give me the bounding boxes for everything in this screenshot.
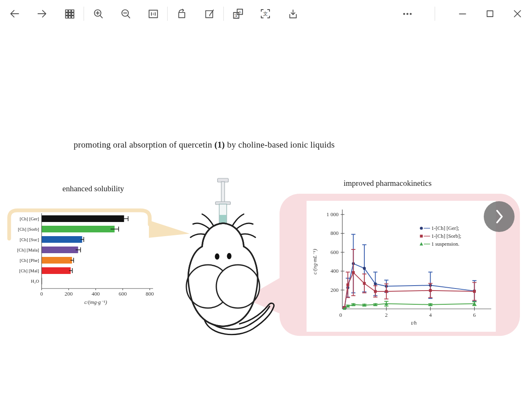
- solubility-bar-chart: [Ch] [Ger][Ch] [Sorb][Ch] [Suc][Ch] [Mal…: [3, 210, 161, 309]
- svg-text:200: 200: [64, 291, 73, 297]
- svg-text:1-[Ch] [Sorb];: 1-[Ch] [Sorb];: [431, 233, 461, 239]
- svg-text:400: 400: [92, 291, 100, 297]
- svg-text:t/h: t/h: [411, 320, 417, 326]
- svg-text:[Ch] [Suc]: [Ch] [Suc]: [20, 237, 39, 242]
- title-text: by choline-based ionic liquids: [225, 140, 335, 150]
- actual-size-button[interactable]: [146, 7, 160, 21]
- title-text: promoting oral absorption of quercetin: [74, 140, 214, 150]
- zoom-in-icon: [93, 8, 104, 20]
- svg-text:6: 6: [473, 312, 476, 318]
- more-dots-icon: [402, 8, 413, 20]
- svg-text:600: 600: [119, 291, 127, 297]
- nav-group: [7, 7, 77, 21]
- left-panel-heading: enhanced solubility: [62, 184, 124, 193]
- translate-icon: A 文: [232, 8, 244, 20]
- back-arrow-icon: [9, 8, 20, 19]
- svg-text:600: 600: [331, 249, 339, 255]
- zoom-group: [91, 7, 160, 21]
- close-button[interactable]: [510, 7, 525, 21]
- toolbar-separator: [167, 7, 168, 21]
- document-page: promoting oral absorption of quercetin (…: [0, 27, 532, 402]
- svg-text:[Ch] [Mala]: [Ch] [Mala]: [17, 247, 39, 252]
- svg-text:2: 2: [385, 312, 388, 318]
- zoom-out-icon: [120, 8, 131, 20]
- svg-text:c/(mg·g⁻¹): c/(mg·g⁻¹): [84, 299, 107, 305]
- pharmacokinetics-chart-panel: 2004006008001 0000246t/hc/(ng·mL⁻¹)1-[Ch…: [307, 201, 496, 332]
- minimize-icon: [457, 8, 468, 19]
- back-button[interactable]: [7, 7, 22, 21]
- viewer-window: A 文 文: [0, 0, 532, 402]
- thumbnails-button[interactable]: [62, 7, 77, 21]
- toolbar-separator: [223, 7, 224, 21]
- svg-text:800: 800: [331, 230, 339, 236]
- toolbar-separator: [84, 7, 84, 21]
- pharmacokinetics-line-chart: 2004006008001 0000246t/hc/(ng·mL⁻¹)1-[Ch…: [307, 201, 496, 332]
- svg-text:400: 400: [331, 268, 339, 274]
- edit-button[interactable]: [202, 7, 216, 21]
- rotate-button[interactable]: [175, 7, 189, 21]
- svg-text:1 000: 1 000: [327, 211, 339, 217]
- svg-text:文: 文: [263, 11, 268, 16]
- svg-text:1-[Ch] [Ger];: 1-[Ch] [Ger];: [431, 225, 459, 231]
- page-title: promoting oral absorption of quercetin (…: [74, 140, 398, 150]
- translate-button[interactable]: A 文: [231, 7, 245, 21]
- toolbar: A 文 文: [0, 0, 532, 27]
- download-button[interactable]: [286, 7, 300, 21]
- edit-group: [175, 7, 216, 21]
- tools-group: A 文 文: [231, 7, 300, 21]
- svg-text:c/(ng·mL⁻¹): c/(ng·mL⁻¹): [312, 249, 318, 275]
- svg-text:[Ch] [Phe]: [Ch] [Phe]: [20, 258, 39, 263]
- svg-text:文: 文: [234, 13, 239, 18]
- svg-text:4: 4: [429, 312, 432, 318]
- svg-text:200: 200: [331, 287, 339, 293]
- ocr-button[interactable]: 文: [258, 7, 272, 21]
- zoom-out-button[interactable]: [119, 7, 133, 21]
- svg-text:[Ch] [Ger]: [Ch] [Ger]: [20, 216, 39, 221]
- next-page-button[interactable]: [484, 201, 515, 232]
- mouse-with-syringe-illustration: [178, 175, 282, 337]
- maximize-icon: [485, 8, 495, 19]
- forward-button[interactable]: [35, 7, 49, 21]
- actual-size-icon: [148, 8, 159, 20]
- maximize-button[interactable]: [483, 7, 497, 21]
- more-options-button[interactable]: [400, 7, 414, 21]
- svg-text:1 suspension.: 1 suspension.: [431, 241, 459, 247]
- svg-text:H₂O: H₂O: [31, 279, 39, 284]
- rotate-icon: [176, 8, 188, 20]
- zoom-in-button[interactable]: [91, 7, 105, 21]
- svg-text:800: 800: [146, 291, 154, 297]
- svg-text:[Ch] [Sorb]: [Ch] [Sorb]: [18, 227, 39, 232]
- window-controls: [400, 7, 525, 21]
- download-icon: [287, 8, 299, 20]
- title-compound-number: (1): [214, 140, 225, 150]
- right-panel-heading: improved pharmacokinetics: [344, 179, 432, 188]
- edit-pencil-icon: [204, 8, 215, 20]
- ocr-text-scan-icon: 文: [260, 8, 271, 20]
- forward-arrow-icon: [37, 8, 47, 19]
- svg-text:[Ch] [Mal]: [Ch] [Mal]: [19, 268, 39, 273]
- chevron-right-icon: [486, 201, 512, 232]
- minimize-button[interactable]: [455, 7, 470, 21]
- svg-text:0: 0: [40, 291, 43, 297]
- svg-text:0: 0: [339, 312, 342, 318]
- close-icon: [512, 8, 523, 19]
- toolbar-separator: [435, 7, 435, 21]
- grid-icon: [64, 8, 75, 20]
